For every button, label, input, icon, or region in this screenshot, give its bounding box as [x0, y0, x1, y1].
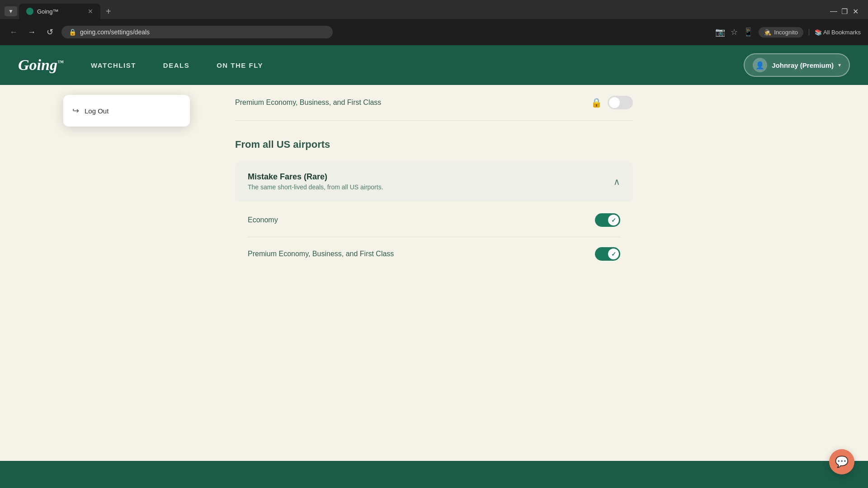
- nav-deals[interactable]: DEALS: [163, 61, 189, 69]
- tab-group-button[interactable]: ▼: [5, 6, 17, 16]
- economy-toggle-knob: ✓: [608, 215, 619, 225]
- settings-section: Premium Economy, Business, and First Cla…: [235, 85, 633, 271]
- reload-button[interactable]: ↺: [43, 26, 56, 38]
- browser-tab-bar: ▼ Going™ ✕ + — ❐ ✕: [0, 0, 868, 19]
- site-footer: [0, 461, 868, 488]
- browser-chrome: ▼ Going™ ✕ + — ❐ ✕ ← → ↺ 🔒 going.com/set…: [0, 0, 868, 45]
- accordion-title-group: Mistake Fares (Rare) The same short-live…: [248, 172, 383, 191]
- accordion-subtitle: The same short-lived deals, from all US …: [248, 183, 383, 191]
- close-button[interactable]: ✕: [851, 7, 860, 16]
- premium-toggle-knob: ✓: [608, 249, 619, 259]
- premium-economy-label: Premium Economy, Business, and First Cla…: [248, 250, 394, 258]
- site-header: Going™ WATCHLIST DEALS ON THE FLY 👤 John…: [0, 45, 868, 85]
- nav-on-the-fly[interactable]: ON THE FLY: [217, 61, 263, 69]
- active-tab[interactable]: Going™ ✕: [19, 4, 100, 19]
- window-controls: — ❐ ✕: [829, 7, 863, 16]
- avatar: 👤: [753, 58, 767, 72]
- logout-item[interactable]: ↪ Log Out: [63, 100, 190, 121]
- nav-watchlist[interactable]: WATCHLIST: [91, 61, 136, 69]
- economy-row: Economy ✓: [248, 203, 620, 237]
- address-bar: ← → ↺ 🔒 going.com/settings/deals 📷 ☆ 📱 🕵…: [0, 19, 868, 45]
- premium-economy-toggle[interactable]: ✓: [595, 247, 620, 261]
- main-content: Premium Economy, Business, and First Cla…: [0, 85, 868, 488]
- restore-button[interactable]: ❐: [840, 7, 849, 16]
- tab-title: Going™: [37, 8, 59, 15]
- chat-icon: 💬: [835, 455, 849, 468]
- economy-label: Economy: [248, 216, 278, 224]
- logout-icon: ↪: [72, 106, 79, 116]
- economy-toggle[interactable]: ✓: [595, 213, 620, 227]
- browser-actions: 📷 ☆ 📱 🕵 Incognito 📚 All Bookmarks: [715, 27, 861, 38]
- user-menu[interactable]: 👤 Johnray (Premium) ▾: [744, 53, 850, 77]
- lock-secure-icon: 🔒: [69, 28, 76, 36]
- chevron-down-icon: ▾: [838, 62, 841, 68]
- avatar-icon: 👤: [755, 61, 764, 70]
- accordion-header[interactable]: Mistake Fares (Rare) The same short-live…: [235, 161, 633, 202]
- incognito-icon: 🕵: [764, 29, 771, 36]
- user-name: Johnray (Premium): [772, 61, 834, 69]
- premium-check-icon: ✓: [611, 251, 616, 258]
- tab-favicon: [26, 8, 33, 15]
- camera-off-icon: 📷: [715, 27, 725, 37]
- premium-economy-above-row: Premium Economy, Business, and First Cla…: [235, 85, 633, 121]
- minimize-button[interactable]: —: [829, 7, 838, 16]
- bookmarks-label[interactable]: 📚 All Bookmarks: [809, 29, 861, 36]
- premium-economy-row: Premium Economy, Business, and First Cla…: [248, 237, 620, 271]
- toggle-knob: [609, 97, 620, 108]
- logo-text: Going™: [18, 56, 64, 74]
- logout-label: Log Out: [85, 107, 108, 115]
- above-toggle-label: Premium Economy, Business, and First Cla…: [235, 99, 381, 107]
- new-tab-button[interactable]: +: [102, 5, 115, 19]
- economy-check-icon: ✓: [611, 217, 616, 224]
- accordion-chevron-up-icon: ∧: [613, 176, 620, 187]
- url-bar[interactable]: 🔒 going.com/settings/deals: [61, 26, 333, 38]
- lock-icon: 🔒: [591, 97, 602, 108]
- incognito-badge: 🕵 Incognito: [759, 27, 803, 38]
- forward-button[interactable]: →: [25, 26, 38, 38]
- above-toggle-controls: 🔒: [591, 96, 633, 109]
- device-icon[interactable]: 📱: [743, 27, 753, 37]
- chat-button[interactable]: 💬: [829, 449, 854, 474]
- url-text: going.com/settings/deals: [80, 28, 150, 36]
- main-nav: WATCHLIST DEALS ON THE FLY: [91, 61, 744, 69]
- incognito-label: Incognito: [774, 29, 798, 36]
- tab-close-button[interactable]: ✕: [88, 8, 93, 15]
- site-logo[interactable]: Going™: [18, 56, 64, 74]
- accordion-card: Mistake Fares (Rare) The same short-live…: [235, 161, 633, 202]
- above-toggle-switch[interactable]: [608, 96, 633, 109]
- accordion-body: Economy ✓ Premium Economy, Business, and…: [235, 203, 633, 271]
- section-heading: From all US airports: [235, 139, 633, 150]
- dropdown-menu: ↪ Log Out: [63, 95, 190, 127]
- back-button[interactable]: ←: [7, 26, 20, 38]
- accordion-title: Mistake Fares (Rare): [248, 172, 383, 182]
- star-icon[interactable]: ☆: [731, 27, 738, 37]
